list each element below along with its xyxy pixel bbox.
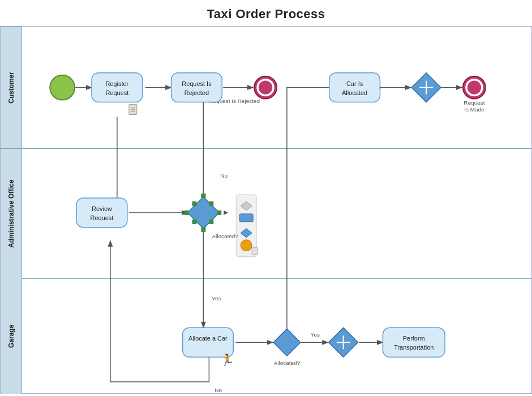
- arrow-no-loop: [110, 241, 209, 382]
- handle-top: [201, 193, 205, 198]
- label-allocated-garage: Allocated?: [274, 360, 301, 366]
- car-allocated-box[interactable]: [329, 73, 380, 102]
- car-allocated-label2: Allocated: [342, 89, 367, 96]
- review-request-label2: Request: [91, 214, 114, 221]
- handle-left: [185, 210, 189, 215]
- label-request-made2: Is Made: [464, 106, 484, 113]
- handle-bottomleft: [192, 219, 196, 224]
- handle-bottom: [201, 227, 205, 232]
- label-yes-garage: Yes: [311, 332, 320, 338]
- lanes-area: Request Is Rejected No Yes Yes: [22, 27, 531, 393]
- lane-garage: Garage: [1, 278, 22, 394]
- perform-transport-label2: Transportation: [394, 344, 434, 351]
- register-request-label2: Request: [105, 89, 128, 96]
- handle-topleft: [192, 201, 196, 206]
- allocate-car-box[interactable]: [183, 328, 234, 357]
- perform-transport-label1: Perform: [403, 335, 425, 342]
- request-rejected-label1: Request Is: [182, 80, 212, 87]
- context-note-icon[interactable]: [252, 248, 258, 255]
- review-request-box[interactable]: [76, 198, 127, 227]
- label-request-made1: Request: [464, 100, 484, 106]
- lane-customer: Customer: [1, 27, 22, 148]
- context-circle-icon[interactable]: [241, 240, 252, 251]
- arrow-gateway-no: [171, 88, 204, 197]
- register-request-label1: Register: [105, 80, 128, 87]
- start-event: [50, 75, 75, 100]
- page-title: Taxi Order Process: [0, 0, 532, 26]
- lane-admin: Administrative Office: [1, 148, 22, 278]
- person-icon: 🏃: [220, 353, 234, 367]
- register-request-box[interactable]: [92, 73, 143, 102]
- request-rejected-label2: Rejected: [185, 89, 209, 96]
- perform-transport-box[interactable]: [383, 328, 445, 357]
- garage-gateway[interactable]: [273, 329, 301, 356]
- diagram-container: Customer Administrative Office Garage: [0, 26, 532, 394]
- gateway-arrow-right: [224, 210, 228, 215]
- diagram-svg: Request Is Rejected No Yes Yes: [22, 27, 531, 393]
- label-no-garage: No: [214, 387, 222, 393]
- context-rect-icon[interactable]: [239, 214, 253, 222]
- arrow-garage-car: [287, 88, 382, 329]
- label-allocated-admin: Allocated?: [212, 233, 238, 239]
- handle-bottomright: [209, 219, 213, 224]
- handle-right: [217, 210, 221, 215]
- lane-labels: Customer Administrative Office Garage: [1, 27, 22, 393]
- request-rejected-box[interactable]: [171, 73, 222, 102]
- label-no: No: [220, 173, 228, 179]
- allocate-car-label1: Allocate a Car: [188, 335, 228, 342]
- label-yes-admin: Yes: [212, 295, 221, 302]
- review-request-label1: Review: [92, 205, 112, 212]
- car-allocated-label1: Car Is: [346, 80, 363, 87]
- handle-topright: [209, 201, 213, 206]
